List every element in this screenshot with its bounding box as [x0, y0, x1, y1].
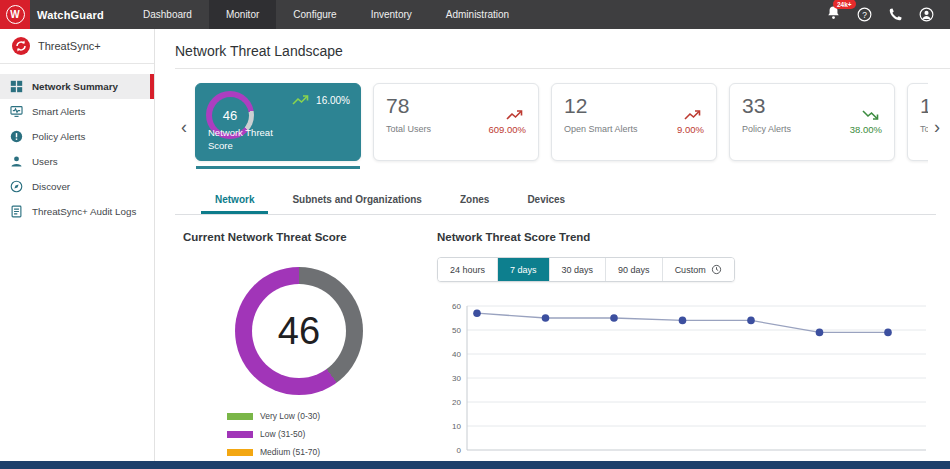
card-label: Policy Alerts — [742, 124, 791, 134]
watchguard-logo-mark: W — [6, 5, 25, 24]
sidebar-menu: Network SummarySmart AlertsPolicy Alerts… — [0, 64, 154, 224]
topnav-item-inventory[interactable]: Inventory — [354, 0, 429, 29]
top-actions: 24k+? — [826, 0, 950, 29]
trend-indicator: 38.00% — [850, 94, 882, 150]
sidebar-item-policy-alerts[interactable]: Policy Alerts — [0, 124, 154, 149]
tab-subnets-and-organizations[interactable]: Subnets and Organizations — [278, 188, 435, 214]
bottom-bar — [0, 461, 950, 469]
svg-text:0: 0 — [457, 446, 462, 455]
document-list-icon — [10, 205, 23, 218]
page-title: Network Threat Landscape — [175, 39, 950, 69]
trend-up-icon — [506, 109, 526, 121]
legend-item: Low (31-50) — [227, 429, 415, 439]
card-policy-alerts[interactable]: 33Policy Alerts38.00% — [729, 83, 895, 161]
range-button-7-days[interactable]: 7 days — [498, 258, 550, 281]
tab-zones[interactable]: Zones — [446, 188, 503, 214]
brand-name: WatchGuard — [37, 9, 104, 21]
trend-value: 609.00% — [488, 124, 526, 135]
alert-circle-icon — [10, 130, 23, 143]
carousel-prev-button[interactable]: ‹ — [175, 118, 193, 136]
tab-network[interactable]: Network — [201, 188, 268, 214]
card-network-threat-score[interactable]: 4616.00%Network Threat Score — [195, 83, 361, 161]
legend-swatch — [227, 431, 253, 438]
trend-value: 9.00% — [677, 124, 704, 135]
sidebar-item-label: Discover — [32, 181, 70, 192]
sidebar-item-label: Policy Alerts — [32, 131, 85, 142]
content-tabs: NetworkSubnets and OrganizationsZonesDev… — [175, 188, 936, 215]
main-row: ThreatSync+ Network SummarySmart AlertsP… — [0, 29, 950, 461]
carousel-next-button[interactable]: › — [928, 118, 946, 136]
sidebar-item-network-summary[interactable]: Network Summary — [0, 74, 154, 99]
legend-swatch — [227, 449, 253, 456]
card-label: Total Users — [386, 124, 431, 134]
sidebar-item-smart-alerts[interactable]: Smart Alerts — [0, 99, 154, 124]
range-button-30-days[interactable]: 30 days — [550, 258, 607, 281]
range-label: 24 hours — [450, 265, 485, 275]
trend-chart: 010203040506011/15/202411/16/202411/17/2… — [437, 296, 942, 461]
card-total-users[interactable]: 78Total Users609.00% — [373, 83, 539, 161]
legend-label: Very Low (0-30) — [260, 411, 320, 421]
watchguard-logo: W — [0, 0, 30, 29]
svg-text:20: 20 — [452, 398, 461, 407]
phone-icon[interactable] — [888, 7, 903, 22]
sidebar: ThreatSync+ Network SummarySmart AlertsP… — [0, 29, 155, 461]
range-button-custom[interactable]: Custom — [663, 258, 734, 281]
card-label: Network Threat Score — [208, 127, 300, 152]
sidebar-title: ThreatSync+ — [38, 40, 101, 52]
range-label: 7 days — [510, 265, 537, 275]
topnav-item-dashboard[interactable]: Dashboard — [126, 0, 209, 29]
svg-text:30: 30 — [452, 374, 461, 383]
trend-indicator: 609.00% — [488, 94, 526, 150]
card-label: Open Smart Alerts — [564, 124, 638, 134]
trend-up-icon — [684, 109, 704, 121]
user-icon — [10, 155, 23, 168]
sidebar-header: ThreatSync+ — [0, 29, 154, 64]
help-icon[interactable]: ? — [857, 7, 872, 22]
threat-score-value: 46 — [252, 284, 346, 378]
trend-value: 38.00% — [850, 124, 882, 135]
topnav-item-monitor[interactable]: Monitor — [209, 0, 276, 29]
range-label: Custom — [675, 265, 706, 275]
range-button-90-days[interactable]: 90 days — [606, 258, 663, 281]
sidebar-item-label: Smart Alerts — [32, 106, 85, 117]
svg-text:10: 10 — [452, 422, 461, 431]
trend-panel: Network Threat Score Trend 24 hours7 day… — [415, 231, 942, 461]
card-total-devices[interactable]: 159Total Devices — [907, 83, 928, 161]
trend-indicator: 16.00% — [292, 94, 350, 106]
sidebar-item-label: Users — [32, 156, 58, 167]
sidebar-item-label: Network Summary — [32, 81, 118, 92]
topnav-item-administration[interactable]: Administration — [429, 0, 526, 29]
card-value: 78 — [386, 94, 431, 117]
range-label: 90 days — [618, 265, 650, 275]
person-circle-icon[interactable] — [919, 7, 934, 22]
legend-swatch — [227, 413, 253, 420]
sidebar-item-threatsync-audit-logs[interactable]: ThreatSync+ Audit Logs — [0, 199, 154, 224]
main-content: Network Threat Landscape ‹ 4616.00%Netwo… — [155, 29, 950, 461]
panels: Current Network Threat Score 46 Very Low… — [175, 231, 950, 461]
legend-item: Very Low (0-30) — [227, 411, 415, 421]
tab-devices[interactable]: Devices — [513, 188, 579, 214]
threat-score-donut: 46 — [235, 267, 363, 395]
legend-label: Medium (51-70) — [260, 447, 320, 457]
range-label: 30 days — [562, 265, 594, 275]
notification-badge: 24k+ — [833, 0, 856, 9]
trend-up-icon — [292, 94, 312, 106]
grid-icon — [10, 80, 23, 93]
sidebar-item-discover[interactable]: Discover — [0, 174, 154, 199]
card-value: 159 — [920, 94, 928, 117]
threatsync-icon — [12, 37, 30, 55]
card-label: Total Devices — [920, 124, 928, 134]
time-range-selector: 24 hours7 days30 days90 daysCustom — [437, 257, 735, 282]
card-value: 33 — [742, 94, 791, 117]
topnav-item-configure[interactable]: Configure — [276, 0, 353, 29]
notifications-button[interactable]: 24k+ — [826, 5, 841, 24]
summary-cards: 4616.00%Network Threat Score78Total User… — [193, 81, 928, 172]
trend-title: Network Threat Score Trend — [437, 231, 942, 243]
monitor-pulse-icon — [10, 105, 23, 118]
trend-down-icon — [862, 109, 882, 121]
svg-text:?: ? — [862, 10, 867, 20]
legend-label: Low (31-50) — [260, 429, 305, 439]
card-open-smart-alerts[interactable]: 12Open Smart Alerts9.00% — [551, 83, 717, 161]
sidebar-item-users[interactable]: Users — [0, 149, 154, 174]
range-button-24-hours[interactable]: 24 hours — [438, 258, 498, 281]
